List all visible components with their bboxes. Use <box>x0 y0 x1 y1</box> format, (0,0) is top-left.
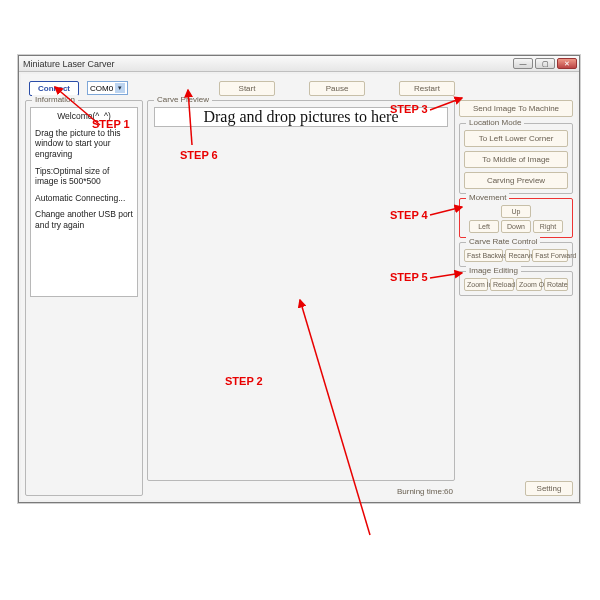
top-toolbar: Connect COM0 ▾ Start Pause Restart <box>25 78 573 98</box>
move-up-button[interactable]: Up <box>501 205 531 218</box>
location-mode-legend: Location Mode <box>466 118 524 127</box>
client-area: Connect COM0 ▾ Start Pause Restart Infor… <box>21 74 577 500</box>
zoom-out-button[interactable]: Zoom Out <box>516 278 542 291</box>
window-title: Miniature Laser Carver <box>23 59 115 69</box>
information-legend: Information <box>32 95 78 104</box>
restart-button[interactable]: Restart <box>399 81 455 96</box>
com-port-select[interactable]: COM0 ▾ <box>87 81 128 95</box>
fast-backward-button[interactable]: Fast Backward <box>464 249 503 262</box>
carve-rate-group: Carve Rate Control Fast Backward Recarve… <box>459 242 573 267</box>
info-welcome: Welcome(^_^) <box>35 111 133 122</box>
information-text: Welcome(^_^) Drag the picture to this wi… <box>30 107 138 297</box>
maximize-icon[interactable]: ▢ <box>535 58 555 69</box>
com-port-value: COM0 <box>90 84 113 93</box>
info-line-tips: Tips:Optimal size of image is 500*500 <box>35 166 133 187</box>
reload-button[interactable]: Reload <box>490 278 514 291</box>
zoom-in-button[interactable]: Zoom In <box>464 278 488 291</box>
carve-preview-droparea[interactable]: Drag and drop pictures to here <box>154 107 448 127</box>
drop-placeholder: Drag and drop pictures to here <box>203 108 398 126</box>
carving-preview-button[interactable]: Carving Preview <box>464 172 568 189</box>
image-editing-group: Image Editing Zoom In Reload Zoom Out Ro… <box>459 271 573 296</box>
connect-button[interactable]: Connect <box>29 81 79 96</box>
close-icon[interactable]: ✕ <box>557 58 577 69</box>
carve-preview-group: Carve Preview Drag and drop pictures to … <box>147 100 455 481</box>
to-left-lower-corner-button[interactable]: To Left Lower Corner <box>464 130 568 147</box>
info-line-connecting: Automatic Connecting... <box>35 193 133 204</box>
rotate-button[interactable]: Rotate <box>544 278 568 291</box>
movement-legend: Movement <box>466 193 509 202</box>
carve-preview-legend: Carve Preview <box>154 95 212 104</box>
app-window: Miniature Laser Carver — ▢ ✕ Connect COM… <box>18 55 580 503</box>
image-editing-legend: Image Editing <box>466 266 521 275</box>
move-down-button[interactable]: Down <box>501 220 531 233</box>
pause-button[interactable]: Pause <box>309 81 365 96</box>
move-left-button[interactable]: Left <box>469 220 499 233</box>
to-middle-of-image-button[interactable]: To Middle of Image <box>464 151 568 168</box>
location-mode-group: Location Mode To Left Lower Corner To Mi… <box>459 123 573 194</box>
send-image-button[interactable]: Send Image To Machine <box>459 100 573 117</box>
burning-time-label: Burning time:60 <box>147 485 455 496</box>
carve-rate-legend: Carve Rate Control <box>466 237 540 246</box>
setting-button[interactable]: Setting <box>525 481 573 496</box>
chevron-down-icon: ▾ <box>115 83 125 93</box>
info-line-drag: Drag the picture to this window to start… <box>35 128 133 160</box>
move-right-button[interactable]: Right <box>533 220 563 233</box>
recarve-button[interactable]: Recarve <box>505 249 530 262</box>
start-button[interactable]: Start <box>219 81 275 96</box>
window-controls: — ▢ ✕ <box>513 58 577 69</box>
information-group: Information Welcome(^_^) Drag the pictur… <box>25 100 143 496</box>
titlebar: Miniature Laser Carver — ▢ ✕ <box>19 56 579 72</box>
info-line-usb: Change another USB port and try again <box>35 209 133 230</box>
fast-forward-button[interactable]: Fast Forward <box>532 249 568 262</box>
minimize-icon[interactable]: — <box>513 58 533 69</box>
movement-group: Movement Up Left Down Right <box>459 198 573 238</box>
